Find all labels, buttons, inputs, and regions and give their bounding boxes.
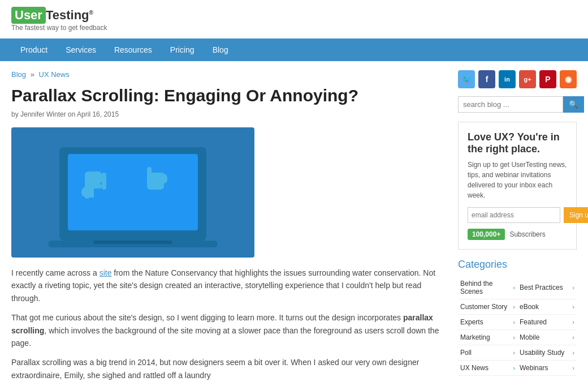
linkedin-social-icon[interactable]: in bbox=[499, 70, 516, 88]
chevron-right-icon: › bbox=[513, 349, 515, 356]
chevron-right-icon: › bbox=[572, 284, 574, 291]
article-image bbox=[11, 127, 254, 258]
category-webinars[interactable]: Webinars › bbox=[517, 361, 577, 376]
svg-rect-5 bbox=[102, 173, 106, 190]
main-nav: Product Services Resources Pricing Blog bbox=[0, 38, 588, 61]
pinterest-p-icon: P bbox=[545, 75, 550, 84]
chevron-right-icon: › bbox=[513, 334, 515, 341]
email-input[interactable] bbox=[468, 207, 560, 223]
subscriber-label: Subscribers bbox=[509, 230, 545, 238]
chevron-right-icon: › bbox=[572, 365, 574, 371]
article-meta: by Jennifer Winter on April 16, 2015 bbox=[11, 110, 444, 118]
tagline: The fastest way to get feedback bbox=[11, 24, 107, 32]
category-featured[interactable]: Featured › bbox=[517, 315, 577, 330]
twitter-bird-icon: 🐦 bbox=[462, 75, 472, 84]
article-bold: parallax scrolling bbox=[11, 313, 433, 335]
category-usability-study[interactable]: Usability Study › bbox=[517, 345, 577, 361]
nav-pricing[interactable]: Pricing bbox=[161, 38, 204, 61]
google-plus-social-icon[interactable]: g+ bbox=[519, 70, 536, 88]
article-para-1: I recently came across a site from the N… bbox=[11, 267, 444, 305]
email-row: Sign up bbox=[468, 207, 567, 223]
logo-user: User bbox=[11, 7, 46, 24]
nav-resources[interactable]: Resources bbox=[105, 38, 161, 61]
main-container: 128 🐦 Tweet 17 Buffer 👍 30 f Like 3 +1 6… bbox=[0, 61, 588, 390]
nav-product[interactable]: Product bbox=[11, 38, 57, 61]
categories-section: Categories Behind the Scenes › Best Prac… bbox=[458, 259, 577, 376]
chevron-right-icon: › bbox=[572, 319, 574, 325]
category-customer-story[interactable]: Customer Story › bbox=[458, 299, 517, 315]
article-illustration bbox=[37, 136, 229, 249]
signup-button[interactable]: Sign up bbox=[564, 207, 588, 223]
breadcrumb-blog[interactable]: Blog bbox=[11, 70, 26, 79]
category-best-practices[interactable]: Best Practices › bbox=[517, 276, 577, 299]
social-sidebar: 128 🐦 Tweet 17 Buffer 👍 30 f Like 3 +1 6… bbox=[0, 127, 3, 282]
rss-social-icon[interactable]: ◉ bbox=[560, 70, 577, 88]
chevron-right-icon: › bbox=[572, 334, 574, 341]
article-para-3: Parallax scrolling was a big trend in 20… bbox=[11, 356, 444, 382]
breadcrumb-section[interactable]: UX News bbox=[39, 70, 70, 79]
category-ebook[interactable]: eBook › bbox=[517, 299, 577, 315]
category-behind-scenes[interactable]: Behind the Scenes › bbox=[458, 276, 517, 299]
category-ux-news[interactable]: UX News › bbox=[458, 361, 517, 376]
breadcrumb-sep: » bbox=[31, 70, 34, 79]
article-link[interactable]: site bbox=[100, 268, 112, 277]
chevron-right-icon: › bbox=[513, 284, 515, 291]
chevron-right-icon: › bbox=[513, 365, 515, 371]
search-box: 🔍 bbox=[458, 96, 577, 113]
twitter-social-icon[interactable]: 🐦 bbox=[458, 70, 475, 88]
article-area: 128 🐦 Tweet 17 Buffer 👍 30 f Like 3 +1 6… bbox=[11, 70, 444, 388]
header: UserTesting® The fastest way to get feed… bbox=[0, 0, 588, 38]
linkedin-in-icon: in bbox=[504, 76, 510, 83]
categories-grid: Behind the Scenes › Best Practices › Cus… bbox=[458, 276, 577, 376]
category-marketing[interactable]: Marketing › bbox=[458, 330, 517, 345]
search-button[interactable]: 🔍 bbox=[563, 96, 584, 113]
chevron-right-icon: › bbox=[572, 303, 574, 310]
google-plus-icon: g+ bbox=[524, 76, 531, 83]
signup-title: Love UX? You're in the right place. bbox=[468, 131, 567, 155]
signup-box: Love UX? You're in the right place. Sign… bbox=[458, 122, 577, 250]
nav-blog[interactable]: Blog bbox=[204, 38, 237, 61]
facebook-social-icon[interactable]: f bbox=[478, 70, 495, 88]
social-icons-row: 🐦 f in g+ P ◉ bbox=[458, 70, 577, 88]
right-sidebar: 🐦 f in g+ P ◉ 🔍 bbox=[458, 70, 577, 388]
search-icon: 🔍 bbox=[569, 100, 578, 109]
chevron-right-icon: › bbox=[513, 319, 515, 325]
search-input[interactable] bbox=[458, 96, 563, 113]
logo-container: UserTesting® The fastest way to get feed… bbox=[11, 7, 107, 32]
logo[interactable]: UserTesting® bbox=[11, 7, 93, 24]
article-title: Parallax Scrolling: Engaging Or Annoying… bbox=[11, 85, 444, 106]
signup-description: Sign up to get UserTesting news, tips, a… bbox=[468, 160, 567, 200]
category-experts[interactable]: Experts › bbox=[458, 315, 517, 330]
rss-icon: ◉ bbox=[565, 75, 572, 84]
subscriber-count: 100,000+ bbox=[468, 229, 505, 240]
article-para-2: That got me curious about the site's des… bbox=[11, 311, 444, 349]
category-mobile[interactable]: Mobile › bbox=[517, 330, 577, 345]
chevron-right-icon: › bbox=[572, 349, 574, 356]
pinterest-social-icon[interactable]: P bbox=[539, 70, 556, 88]
chevron-right-icon: › bbox=[513, 303, 515, 310]
nav-services[interactable]: Services bbox=[57, 38, 105, 61]
logo-testing: Testing® bbox=[46, 8, 93, 23]
facebook-f-icon: f bbox=[486, 75, 488, 84]
svg-rect-13 bbox=[93, 241, 172, 244]
svg-rect-4 bbox=[85, 172, 102, 184]
category-poll[interactable]: Poll › bbox=[458, 345, 517, 361]
svg-rect-11 bbox=[147, 167, 152, 178]
categories-title: Categories bbox=[458, 259, 577, 271]
breadcrumb: Blog » UX News bbox=[11, 70, 444, 79]
subscriber-row: 100,000+ Subscribers bbox=[468, 229, 567, 240]
article-body: I recently came across a site from the N… bbox=[11, 267, 444, 382]
